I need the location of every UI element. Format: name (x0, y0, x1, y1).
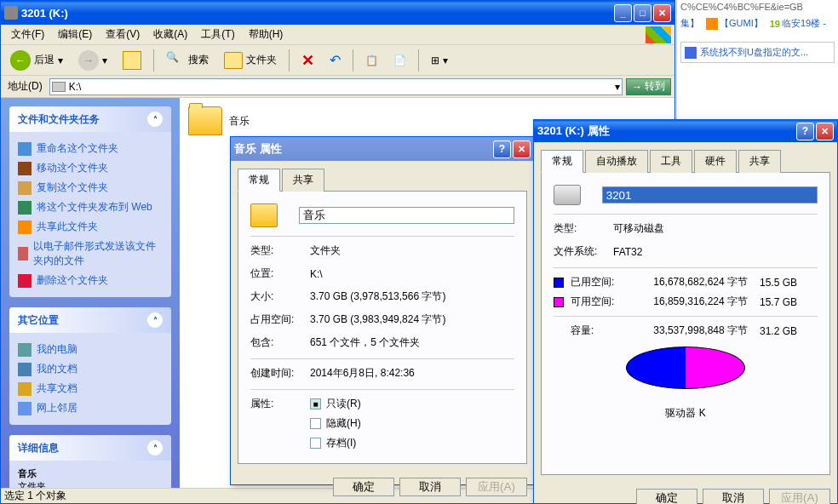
address-value: K:\ (69, 81, 82, 93)
leaf-icon: 19 (770, 19, 780, 29)
cancel-button[interactable]: 取消 (399, 478, 461, 496)
place-computer[interactable]: 我的电脑 (18, 340, 163, 359)
drive-fs: FAT32 (613, 246, 818, 258)
chevron-up-icon: ˄ (147, 312, 163, 328)
dropdown-icon: ▾ (443, 54, 448, 66)
prop-size: 3.70 GB (3,978,513,566 字节) (310, 289, 514, 304)
address-input[interactable]: K:\ ▾ (49, 78, 623, 95)
close-button[interactable]: ✕ (653, 4, 671, 22)
minimize-button[interactable]: _ (614, 4, 632, 22)
search-button[interactable]: 🔍 搜索 (160, 48, 215, 73)
shared-icon (18, 382, 32, 396)
tasks-header[interactable]: 文件和文件夹任务 ˄ (9, 106, 171, 132)
views-button[interactable]: ⊞▾ (425, 48, 454, 73)
folder-icon (224, 52, 243, 69)
pie-label: 驱动器 K (554, 406, 818, 421)
paste-icon: 📄 (393, 54, 406, 66)
bg-link-3[interactable]: 19临安19楼 - (770, 17, 826, 30)
tab-general[interactable]: 常规 (238, 169, 280, 192)
help-button[interactable]: ? (493, 140, 511, 158)
copy-icon: 📋 (365, 54, 378, 66)
menu-favorites[interactable]: 收藏(A) (146, 26, 194, 43)
forward-button[interactable]: → ▾ (72, 48, 113, 73)
star-icon (706, 18, 718, 30)
task-move[interactable]: 移动这个文件夹 (18, 158, 163, 178)
menu-help[interactable]: 帮助(H) (242, 26, 290, 43)
dialog-titlebar[interactable]: 音乐 属性 ? ✕ (231, 137, 534, 161)
ok-button[interactable]: 确定 (333, 478, 394, 496)
used-color-icon (554, 278, 564, 288)
hidden-checkbox-row[interactable]: 隐藏(H) (310, 416, 361, 431)
tab-share[interactable]: 共享 (738, 150, 781, 173)
task-delete[interactable]: 删除这个文件夹 (18, 271, 163, 290)
back-button[interactable]: ← 后退 ▾ (4, 48, 69, 73)
task-copy[interactable]: 复制这个文件夹 (18, 178, 163, 198)
checkbox-icon (310, 438, 321, 449)
tab-hardware[interactable]: 硬件 (694, 150, 737, 173)
tab-general[interactable]: 常规 (541, 150, 583, 173)
maximize-button[interactable]: □ (634, 4, 651, 22)
tab-content-general: 类型:可移动磁盘 文件系统:FAT32 已用空间: 16,678,682,624… (541, 173, 830, 475)
up-button[interactable] (117, 48, 147, 73)
share-icon (18, 220, 32, 234)
delete-tool-button[interactable]: ✕ (296, 48, 320, 73)
separator (353, 49, 353, 72)
rename-icon (18, 142, 32, 156)
task-email[interactable]: 以电子邮件形式发送该文件夹内的文件 (18, 237, 163, 271)
tab-share[interactable]: 共享 (282, 169, 324, 192)
folder-properties-dialog: 音乐 属性 ? ✕ 常规 共享 类型:文件夹 位置:K:\ 大小:3.70 GB… (230, 136, 535, 485)
move-icon (18, 162, 32, 175)
close-button[interactable]: ✕ (816, 123, 834, 140)
drive-icon (554, 185, 581, 205)
tab-autoplay[interactable]: 自动播放 (585, 150, 648, 173)
bg-search-result[interactable]: 系统找不到U盘指定的文... (680, 42, 835, 63)
paste-tool-button[interactable]: 📄 (387, 48, 412, 73)
forward-arrow-icon: → (78, 50, 99, 71)
drive-icon (4, 6, 18, 20)
prop-type: 文件夹 (310, 243, 514, 258)
archive-checkbox-row[interactable]: 存档(I) (310, 436, 361, 450)
menu-tools[interactable]: 工具(T) (194, 26, 241, 43)
dialog-titlebar[interactable]: 3201 (K:) 属性 ? ✕ (534, 120, 837, 142)
go-button[interactable]: → 转到 (626, 78, 671, 95)
details-panel: 详细信息 ˄ 音乐 文件夹 修改日期: 2014年6月8日, 8:42 (9, 435, 171, 490)
bg-link-2[interactable]: 【GUMI】 (706, 17, 763, 30)
cancel-button[interactable]: 取消 (703, 489, 764, 504)
close-button[interactable]: ✕ (513, 140, 531, 158)
places-header[interactable]: 其它位置 ˄ (9, 307, 171, 333)
toolbar: ← 后退 ▾ → ▾ 🔍 搜索 文件夹 ✕ ↶ 📋 📄 ⊞▾ (1, 45, 674, 76)
go-arrow-icon: → (632, 81, 642, 93)
menu-view[interactable]: 查看(V) (99, 26, 146, 43)
details-header[interactable]: 详细信息 ˄ (9, 435, 171, 461)
help-button[interactable]: ? (796, 123, 814, 140)
tab-tools[interactable]: 工具 (650, 150, 692, 173)
disk-usage-pie-chart (626, 346, 745, 398)
bg-link-1[interactable]: 集】 (680, 17, 699, 30)
place-network[interactable]: 网上邻居 (18, 398, 163, 418)
folders-button[interactable]: 文件夹 (218, 48, 283, 73)
menu-file[interactable]: 文件(F) (4, 26, 51, 43)
readonly-checkbox-row[interactable]: ■只读(R) (310, 397, 361, 411)
separator (418, 49, 419, 72)
folder-name-input[interactable] (299, 207, 514, 224)
place-documents[interactable]: 我的文档 (18, 359, 163, 379)
menu-edit[interactable]: 编辑(E) (51, 26, 99, 43)
apply-button[interactable]: 应用(A) (466, 478, 527, 496)
dialog-title: 3201 (K:) 属性 (537, 123, 796, 139)
task-rename[interactable]: 重命名这个文件夹 (18, 139, 163, 158)
window-title: 3201 (K:) (21, 7, 614, 20)
prop-created: 2014年6月8日, 8:42:36 (310, 366, 514, 381)
place-shared[interactable]: 共享文档 (18, 379, 163, 398)
undo-tool-button[interactable]: ↶ (324, 48, 347, 73)
apply-button[interactable]: 应用(A) (769, 489, 830, 504)
free-space-row: 可用空间: 16,859,316,224 字节 15.7 GB (554, 295, 818, 309)
delete-icon (18, 274, 32, 288)
task-publish[interactable]: 将这个文件夹发布到 Web (18, 198, 163, 217)
titlebar[interactable]: 3201 (K:) _ □ ✕ (1, 1, 674, 25)
ok-button[interactable]: 确定 (636, 489, 697, 504)
copy-tool-button[interactable]: 📋 (359, 48, 384, 73)
bg-bookmarks: 集】 【GUMI】 19临安19楼 - (677, 14, 838, 33)
drive-name-input[interactable] (602, 186, 818, 203)
dropdown-icon[interactable]: ▾ (615, 81, 620, 93)
task-share[interactable]: 共享此文件夹 (18, 217, 163, 237)
